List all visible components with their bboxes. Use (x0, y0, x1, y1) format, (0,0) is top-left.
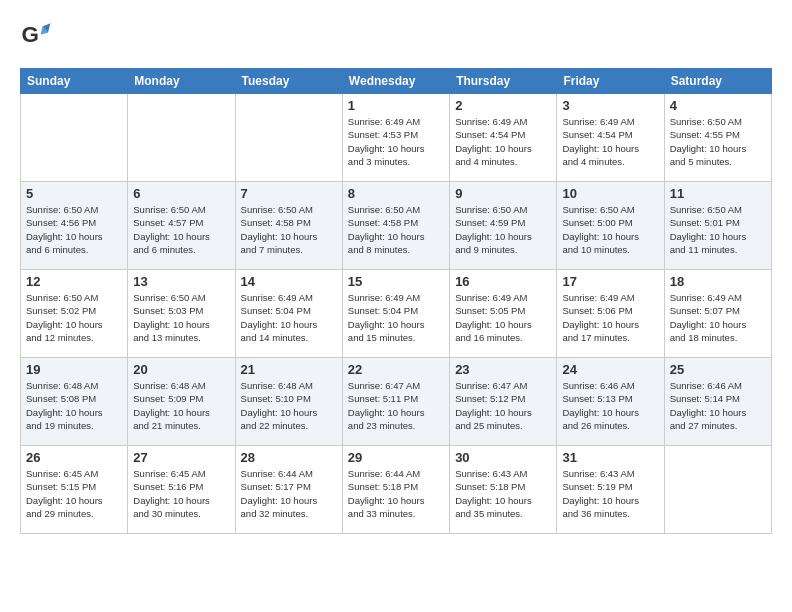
day-info: Sunrise: 6:49 AM Sunset: 4:54 PM Dayligh… (455, 115, 551, 168)
day-of-week-header: Monday (128, 69, 235, 94)
day-number: 6 (133, 186, 229, 201)
calendar-cell: 15Sunrise: 6:49 AM Sunset: 5:04 PM Dayli… (342, 270, 449, 358)
svg-text:G: G (22, 22, 39, 47)
day-number: 11 (670, 186, 766, 201)
calendar-cell: 10Sunrise: 6:50 AM Sunset: 5:00 PM Dayli… (557, 182, 664, 270)
calendar-week-row: 5Sunrise: 6:50 AM Sunset: 4:56 PM Daylig… (21, 182, 772, 270)
day-info: Sunrise: 6:49 AM Sunset: 5:07 PM Dayligh… (670, 291, 766, 344)
calendar-cell: 31Sunrise: 6:43 AM Sunset: 5:19 PM Dayli… (557, 446, 664, 534)
day-number: 19 (26, 362, 122, 377)
day-info: Sunrise: 6:45 AM Sunset: 5:15 PM Dayligh… (26, 467, 122, 520)
calendar-cell: 29Sunrise: 6:44 AM Sunset: 5:18 PM Dayli… (342, 446, 449, 534)
day-number: 3 (562, 98, 658, 113)
day-number: 31 (562, 450, 658, 465)
calendar-cell: 12Sunrise: 6:50 AM Sunset: 5:02 PM Dayli… (21, 270, 128, 358)
calendar-week-row: 26Sunrise: 6:45 AM Sunset: 5:15 PM Dayli… (21, 446, 772, 534)
calendar-cell: 6Sunrise: 6:50 AM Sunset: 4:57 PM Daylig… (128, 182, 235, 270)
day-info: Sunrise: 6:43 AM Sunset: 5:19 PM Dayligh… (562, 467, 658, 520)
calendar-cell: 22Sunrise: 6:47 AM Sunset: 5:11 PM Dayli… (342, 358, 449, 446)
day-number: 8 (348, 186, 444, 201)
calendar-cell: 24Sunrise: 6:46 AM Sunset: 5:13 PM Dayli… (557, 358, 664, 446)
day-of-week-header: Sunday (21, 69, 128, 94)
calendar-cell: 20Sunrise: 6:48 AM Sunset: 5:09 PM Dayli… (128, 358, 235, 446)
day-info: Sunrise: 6:48 AM Sunset: 5:08 PM Dayligh… (26, 379, 122, 432)
day-number: 24 (562, 362, 658, 377)
calendar-cell: 23Sunrise: 6:47 AM Sunset: 5:12 PM Dayli… (450, 358, 557, 446)
day-of-week-header: Saturday (664, 69, 771, 94)
calendar-cell: 2Sunrise: 6:49 AM Sunset: 4:54 PM Daylig… (450, 94, 557, 182)
calendar-cell: 9Sunrise: 6:50 AM Sunset: 4:59 PM Daylig… (450, 182, 557, 270)
day-info: Sunrise: 6:50 AM Sunset: 4:56 PM Dayligh… (26, 203, 122, 256)
calendar-week-row: 19Sunrise: 6:48 AM Sunset: 5:08 PM Dayli… (21, 358, 772, 446)
day-number: 18 (670, 274, 766, 289)
day-info: Sunrise: 6:50 AM Sunset: 4:57 PM Dayligh… (133, 203, 229, 256)
calendar-cell: 26Sunrise: 6:45 AM Sunset: 5:15 PM Dayli… (21, 446, 128, 534)
calendar-cell: 3Sunrise: 6:49 AM Sunset: 4:54 PM Daylig… (557, 94, 664, 182)
day-info: Sunrise: 6:50 AM Sunset: 4:55 PM Dayligh… (670, 115, 766, 168)
day-of-week-header: Friday (557, 69, 664, 94)
day-number: 21 (241, 362, 337, 377)
day-info: Sunrise: 6:50 AM Sunset: 4:59 PM Dayligh… (455, 203, 551, 256)
day-info: Sunrise: 6:49 AM Sunset: 5:05 PM Dayligh… (455, 291, 551, 344)
day-info: Sunrise: 6:50 AM Sunset: 5:03 PM Dayligh… (133, 291, 229, 344)
day-info: Sunrise: 6:50 AM Sunset: 4:58 PM Dayligh… (241, 203, 337, 256)
calendar-cell: 19Sunrise: 6:48 AM Sunset: 5:08 PM Dayli… (21, 358, 128, 446)
calendar-cell: 16Sunrise: 6:49 AM Sunset: 5:05 PM Dayli… (450, 270, 557, 358)
day-number: 30 (455, 450, 551, 465)
day-number: 25 (670, 362, 766, 377)
day-info: Sunrise: 6:50 AM Sunset: 5:02 PM Dayligh… (26, 291, 122, 344)
calendar-cell: 13Sunrise: 6:50 AM Sunset: 5:03 PM Dayli… (128, 270, 235, 358)
day-number: 20 (133, 362, 229, 377)
day-number: 10 (562, 186, 658, 201)
day-of-week-header: Wednesday (342, 69, 449, 94)
page-header: G (20, 20, 772, 52)
day-number: 4 (670, 98, 766, 113)
calendar-cell: 30Sunrise: 6:43 AM Sunset: 5:18 PM Dayli… (450, 446, 557, 534)
day-number: 29 (348, 450, 444, 465)
day-number: 1 (348, 98, 444, 113)
day-info: Sunrise: 6:46 AM Sunset: 5:13 PM Dayligh… (562, 379, 658, 432)
calendar-cell: 27Sunrise: 6:45 AM Sunset: 5:16 PM Dayli… (128, 446, 235, 534)
day-info: Sunrise: 6:50 AM Sunset: 5:00 PM Dayligh… (562, 203, 658, 256)
day-number: 26 (26, 450, 122, 465)
day-number: 27 (133, 450, 229, 465)
day-of-week-header: Thursday (450, 69, 557, 94)
day-info: Sunrise: 6:48 AM Sunset: 5:09 PM Dayligh… (133, 379, 229, 432)
day-number: 5 (26, 186, 122, 201)
day-of-week-header: Tuesday (235, 69, 342, 94)
day-number: 9 (455, 186, 551, 201)
day-info: Sunrise: 6:46 AM Sunset: 5:14 PM Dayligh… (670, 379, 766, 432)
day-info: Sunrise: 6:44 AM Sunset: 5:18 PM Dayligh… (348, 467, 444, 520)
day-info: Sunrise: 6:50 AM Sunset: 5:01 PM Dayligh… (670, 203, 766, 256)
calendar-cell: 14Sunrise: 6:49 AM Sunset: 5:04 PM Dayli… (235, 270, 342, 358)
day-number: 12 (26, 274, 122, 289)
calendar-cell: 5Sunrise: 6:50 AM Sunset: 4:56 PM Daylig… (21, 182, 128, 270)
calendar-cell: 11Sunrise: 6:50 AM Sunset: 5:01 PM Dayli… (664, 182, 771, 270)
day-info: Sunrise: 6:47 AM Sunset: 5:11 PM Dayligh… (348, 379, 444, 432)
day-number: 13 (133, 274, 229, 289)
day-number: 14 (241, 274, 337, 289)
calendar-cell: 4Sunrise: 6:50 AM Sunset: 4:55 PM Daylig… (664, 94, 771, 182)
day-number: 7 (241, 186, 337, 201)
day-number: 23 (455, 362, 551, 377)
day-info: Sunrise: 6:49 AM Sunset: 5:04 PM Dayligh… (348, 291, 444, 344)
day-info: Sunrise: 6:43 AM Sunset: 5:18 PM Dayligh… (455, 467, 551, 520)
logo-icon: G (20, 20, 52, 52)
calendar-week-row: 12Sunrise: 6:50 AM Sunset: 5:02 PM Dayli… (21, 270, 772, 358)
day-info: Sunrise: 6:49 AM Sunset: 5:04 PM Dayligh… (241, 291, 337, 344)
day-number: 17 (562, 274, 658, 289)
day-info: Sunrise: 6:48 AM Sunset: 5:10 PM Dayligh… (241, 379, 337, 432)
calendar-cell: 18Sunrise: 6:49 AM Sunset: 5:07 PM Dayli… (664, 270, 771, 358)
logo: G (20, 20, 56, 52)
day-number: 15 (348, 274, 444, 289)
day-info: Sunrise: 6:45 AM Sunset: 5:16 PM Dayligh… (133, 467, 229, 520)
day-number: 2 (455, 98, 551, 113)
calendar-cell: 28Sunrise: 6:44 AM Sunset: 5:17 PM Dayli… (235, 446, 342, 534)
day-number: 22 (348, 362, 444, 377)
calendar-cell (128, 94, 235, 182)
calendar-week-row: 1Sunrise: 6:49 AM Sunset: 4:53 PM Daylig… (21, 94, 772, 182)
day-info: Sunrise: 6:47 AM Sunset: 5:12 PM Dayligh… (455, 379, 551, 432)
day-info: Sunrise: 6:49 AM Sunset: 4:54 PM Dayligh… (562, 115, 658, 168)
day-number: 16 (455, 274, 551, 289)
calendar-cell: 25Sunrise: 6:46 AM Sunset: 5:14 PM Dayli… (664, 358, 771, 446)
